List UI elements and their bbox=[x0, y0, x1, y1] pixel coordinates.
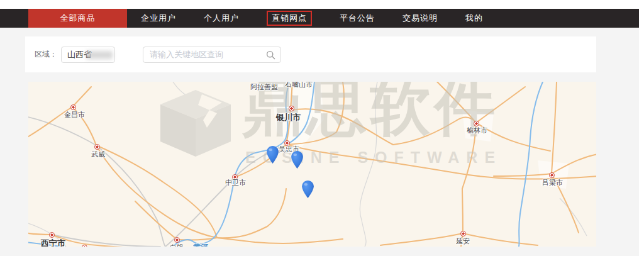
nav-tab-5[interactable]: 平台公告 bbox=[326, 9, 389, 28]
map-canvas[interactable]: 鼎思软件 EOSINE SOFTWARE 阿拉善盟石嘴山市银川市吴忠市金昌市武威… bbox=[28, 82, 596, 247]
map-pins bbox=[28, 82, 596, 247]
region-select[interactable]: 山西省 bbox=[61, 47, 115, 63]
nav-tab-6[interactable]: 交易说明 bbox=[389, 9, 452, 28]
top-strip bbox=[0, 0, 639, 9]
nav-tab-1[interactable]: 全部商品 bbox=[28, 9, 127, 28]
page: 全部商品企业用户个人用户直销网点平台公告交易说明我的 区域： 山西省 bbox=[0, 0, 644, 256]
censored-region-text bbox=[86, 51, 113, 59]
nav-tab-7[interactable]: 我的 bbox=[452, 9, 497, 28]
map-pin-3[interactable] bbox=[302, 181, 314, 201]
nav-tab-4[interactable]: 直销网点 bbox=[253, 9, 326, 28]
region-label: 区域： bbox=[35, 49, 57, 60]
search-input[interactable] bbox=[143, 47, 281, 63]
nav-tabs: 全部商品企业用户个人用户直销网点平台公告交易说明我的 bbox=[28, 9, 497, 28]
main-nav: 全部商品企业用户个人用户直销网点平台公告交易说明我的 bbox=[0, 9, 639, 28]
content-area: 区域： 山西省 bbox=[0, 28, 639, 256]
map-pin-2[interactable] bbox=[291, 151, 303, 171]
highlight-annotation-box: 直销网点 bbox=[267, 11, 312, 26]
search-box bbox=[143, 47, 281, 63]
filter-panel: 区域： 山西省 bbox=[25, 36, 596, 72]
nav-tab-2[interactable]: 企业用户 bbox=[127, 9, 190, 28]
map-pin-1[interactable] bbox=[267, 146, 279, 166]
search-icon[interactable] bbox=[266, 50, 275, 60]
nav-tab-3[interactable]: 个人用户 bbox=[190, 9, 253, 28]
